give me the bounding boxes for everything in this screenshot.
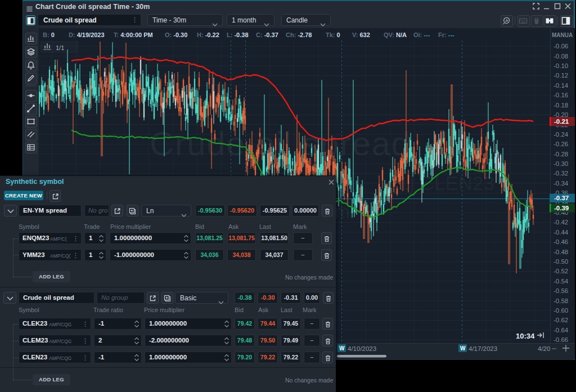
svg-text:-0.64: -0.64 bbox=[554, 327, 569, 334]
svg-text:-0.44: -0.44 bbox=[554, 229, 569, 236]
svg-text:-0.18: -0.18 bbox=[554, 102, 568, 109]
svg-text:W: W bbox=[339, 345, 345, 352]
svg-text:4/10/2023: 4/10/2023 bbox=[348, 345, 376, 352]
svg-text:-0.14: -0.14 bbox=[554, 82, 569, 89]
svg-text:-0.46: -0.46 bbox=[554, 238, 568, 245]
svg-text:1/1: 1/1 bbox=[56, 44, 64, 51]
svg-text:-0.62: -0.62 bbox=[554, 317, 568, 323]
svg-text:-0.66: -0.66 bbox=[554, 336, 568, 343]
svg-text:W: W bbox=[460, 345, 466, 352]
svg-text:-0.48: -0.48 bbox=[554, 249, 568, 255]
svg-text:-0.54: -0.54 bbox=[554, 278, 569, 285]
svg-text:4/17/2023: 4/17/2023 bbox=[469, 345, 497, 352]
svg-text:-0.56: -0.56 bbox=[554, 287, 568, 294]
svg-text:-0.39: -0.39 bbox=[554, 205, 569, 211]
svg-text:-0.42: -0.42 bbox=[554, 219, 568, 226]
svg-text:-0.24: -0.24 bbox=[554, 131, 569, 138]
svg-text:-0.28: -0.28 bbox=[554, 151, 568, 157]
svg-text:-0.32: -0.32 bbox=[554, 170, 568, 177]
svg-text:-0.08: -0.08 bbox=[554, 53, 568, 60]
svg-text:-0.21: -0.21 bbox=[554, 118, 569, 125]
svg-text:-0.30: -0.30 bbox=[554, 160, 568, 167]
svg-text:4/20: 4/20 bbox=[538, 345, 550, 352]
svg-text:-0.52: -0.52 bbox=[554, 268, 568, 274]
svg-text:-0.37: -0.37 bbox=[554, 195, 569, 201]
svg-text:-0.10: -0.10 bbox=[554, 62, 568, 69]
svg-text:10:34: 10:34 bbox=[516, 332, 535, 340]
svg-text:-0.34: -0.34 bbox=[554, 180, 569, 187]
svg-text:-0.06: -0.06 bbox=[554, 43, 568, 49]
svg-text:-0.58: -0.58 bbox=[554, 298, 568, 304]
svg-text:-0.50: -0.50 bbox=[554, 258, 568, 265]
svg-text:-0.12: -0.12 bbox=[554, 72, 568, 79]
svg-text:-0.16: -0.16 bbox=[554, 92, 568, 98]
svg-text:-0.60: -0.60 bbox=[554, 307, 568, 314]
svg-text:-0.26: -0.26 bbox=[554, 141, 568, 147]
